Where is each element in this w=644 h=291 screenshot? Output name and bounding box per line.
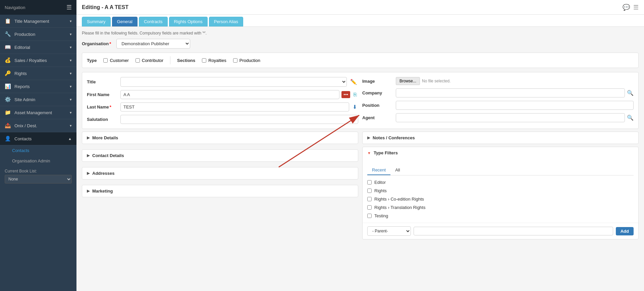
position-input[interactable] (396, 101, 634, 110)
addresses-accordion: ▶ Addresses (82, 167, 358, 179)
tab-general[interactable]: General (112, 17, 138, 26)
sidebar-sub-organisation-admin[interactable]: Organisation Admin (0, 156, 76, 166)
salutation-input-group (120, 115, 358, 124)
tab-summary[interactable]: Summary (82, 17, 111, 26)
customer-checkbox[interactable] (103, 58, 108, 63)
chevron-down-icon: ▾ (70, 19, 72, 23)
sidebar-sub-contacts[interactable]: Contacts (0, 145, 76, 156)
first-name-input-group: A A ••• ⎘ (120, 90, 358, 99)
browse-button[interactable]: Browse... (396, 77, 420, 85)
sidebar-item-label: Reports (14, 84, 70, 89)
filter-label-rights-translation: Rights › Translation Rights (374, 205, 425, 210)
filter-checkbox-editor[interactable] (367, 180, 372, 185)
chevron-down-icon: ▾ (70, 71, 72, 76)
more-details-label: More Details (92, 135, 118, 140)
company-input[interactable] (396, 88, 625, 97)
filter-checkbox-rights-co-edition[interactable] (367, 197, 372, 201)
first-name-field: First Name A A ••• ⎘ (87, 90, 358, 99)
asset-management-icon: 📁 (5, 110, 11, 116)
accordion-arrow-addresses: ▶ (87, 171, 90, 175)
sidebar-item-reports[interactable]: 📊 Reports ▾ (0, 80, 76, 93)
first-name-label: First Name (87, 92, 120, 97)
sections-label: Sections (177, 58, 195, 63)
title-label: Title (87, 79, 120, 84)
filter-label-testing: Testing (374, 213, 388, 218)
title-edit-icon[interactable]: ✏️ (349, 78, 358, 86)
first-name-input[interactable]: A A (120, 90, 339, 99)
addresses-header[interactable]: ▶ Addresses (82, 167, 358, 179)
contact-details-header[interactable]: ▶ Contact Details (82, 150, 358, 161)
company-search-icon[interactable]: 🔍 (627, 90, 634, 96)
royalties-checkbox[interactable] (202, 58, 206, 63)
organisation-select[interactable]: Demonstration Publisher (116, 39, 190, 49)
rights-icon: 🔑 (5, 70, 11, 76)
bottom-left: ▶ More Details ▶ Contact Details ▶ Addre… (82, 132, 358, 239)
sidebar-item-label: Site Admin (14, 97, 70, 102)
tab-rights-options[interactable]: Rights Options (169, 17, 208, 26)
notes-arrow-icon: ▶ (367, 136, 370, 140)
filter-list: Editor Rights Rights › Co-edition Rights (363, 175, 638, 223)
type-filters-panel: ▼ Type Filters (362, 147, 639, 239)
sidebar-item-sales-royalties[interactable]: 💰 Sales / Royalties ▾ (0, 54, 76, 67)
contributor-checkbox[interactable] (136, 58, 140, 63)
title-select[interactable] (120, 77, 347, 87)
filter-tab-recent[interactable]: Recent (367, 165, 390, 175)
filter-add-row: - Parent- Add (363, 223, 638, 239)
bottom-columns: ▶ More Details ▶ Contact Details ▶ Addre… (82, 132, 639, 239)
chevron-down-icon: ▾ (70, 124, 72, 128)
agent-input-group: 🔍 (396, 113, 634, 122)
royalties-checkbox-group: Royalties (202, 58, 226, 63)
contributor-label: Contributor (142, 58, 163, 63)
salutation-input[interactable] (120, 115, 358, 124)
sidebar: Navigation ☰ 📋 Title Management ▾ 🔧 Prod… (0, 0, 76, 291)
filter-checkbox-testing[interactable] (367, 214, 372, 218)
chat-icon[interactable]: 💬 (623, 4, 630, 11)
tab-contracts[interactable]: Contracts (139, 17, 168, 26)
sidebar-item-title-management[interactable]: 📋 Title Management ▾ (0, 15, 76, 28)
last-name-down-icon[interactable]: ⬇ (351, 103, 358, 111)
production-checkbox[interactable] (233, 58, 237, 63)
hamburger-icon[interactable]: ☰ (66, 4, 72, 11)
agent-input[interactable] (396, 113, 625, 122)
last-name-input[interactable]: TEST (120, 102, 349, 112)
filter-item-rights-co-edition: Rights › Co-edition Rights (367, 195, 634, 203)
sidebar-item-site-admin[interactable]: ⚙️ Site Admin ▾ (0, 93, 76, 106)
last-name-label: Last Name* (87, 104, 120, 110)
sidebar-item-rights[interactable]: 🔑 Rights ▾ (0, 67, 76, 80)
parent-select[interactable]: - Parent- (367, 226, 411, 236)
agent-search-icon[interactable]: 🔍 (627, 115, 634, 121)
sidebar-item-production[interactable]: 🔧 Production ▾ (0, 28, 76, 41)
sidebar-item-label: Editorial (14, 45, 70, 50)
more-details-header[interactable]: ▶ More Details (82, 132, 358, 144)
list-icon[interactable]: ☰ (633, 4, 639, 11)
tab-person-alias[interactable]: Person Alias (209, 17, 243, 26)
first-name-extra-icon[interactable]: ••• (341, 91, 350, 98)
form-main-card: Title ✏️ First Name A A •• (82, 72, 639, 129)
salutation-label: Salutation (87, 117, 120, 122)
navigation-label: Navigation (5, 5, 25, 10)
position-field: Position (362, 101, 634, 110)
filter-item-rights-translation: Rights › Translation Rights (367, 203, 634, 212)
title-management-icon: 📋 (5, 18, 11, 24)
sidebar-item-editorial[interactable]: 📖 Editorial ▾ (0, 41, 76, 54)
chevron-down-icon: ▾ (70, 97, 72, 102)
image-field: Image Browse... No file selected. (362, 77, 634, 85)
notes-header[interactable]: ▶ Notes / Conferences (363, 132, 638, 144)
first-name-copy-icon[interactable]: ⎘ (352, 91, 358, 98)
type-filters-header[interactable]: ▼ Type Filters (363, 147, 638, 159)
marketing-header[interactable]: ▶ Marketing (82, 185, 358, 197)
current-book-select[interactable]: None (5, 175, 72, 184)
royalties-label: Royalties (208, 58, 226, 63)
sidebar-item-contacts[interactable]: 👤 Contacts ▲ (0, 132, 76, 145)
add-button[interactable]: Add (616, 227, 634, 235)
filter-tab-all[interactable]: All (390, 165, 405, 175)
type-filters-label: Type Filters (374, 150, 398, 155)
filter-item-rights: Rights (367, 187, 634, 195)
sidebar-item-asset-management[interactable]: 📁 Asset Management ▾ (0, 106, 76, 119)
filter-checkbox-rights-translation[interactable] (367, 205, 372, 210)
filter-checkbox-rights[interactable] (367, 189, 372, 193)
sidebar-item-onix-dest[interactable]: 📤 Onix / Dest. ▾ (0, 119, 76, 132)
annotation-area (363, 159, 638, 165)
filter-text-input[interactable] (414, 227, 613, 235)
type-filters-arrow-icon: ▼ (367, 151, 371, 155)
